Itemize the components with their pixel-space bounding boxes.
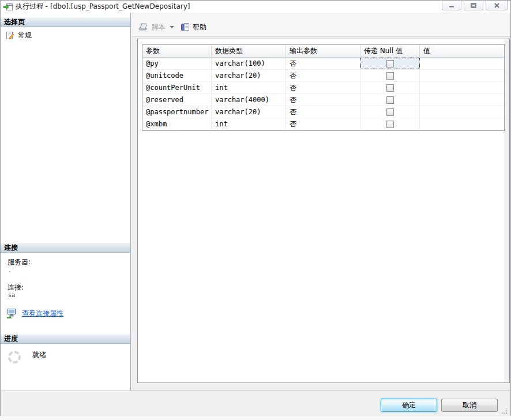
value-cell[interactable] <box>420 118 504 130</box>
pass-null-checkbox[interactable] <box>386 72 394 80</box>
minimize-button[interactable] <box>442 1 461 10</box>
pass-null-checkbox[interactable] <box>386 84 394 92</box>
title-bar: 执行过程 - [dbo].[usp_Passport_GetNewDeposit… <box>1 1 510 13</box>
select-page-header: 选择页 <box>1 17 130 27</box>
value-cell[interactable] <box>420 70 504 81</box>
pass-null-cell[interactable] <box>360 106 420 118</box>
execute-procedure-dialog: 执行过程 - [dbo].[usp_Passport_GetNewDeposit… <box>0 0 511 416</box>
script-icon <box>138 22 149 32</box>
param-name-cell: @reserved <box>142 94 212 106</box>
column-header-datatype: 数据类型 <box>212 45 286 57</box>
output-param-cell: 否 <box>286 82 360 93</box>
pass-null-checkbox[interactable] <box>386 108 394 116</box>
output-param-cell: 否 <box>286 94 360 106</box>
footer: 确定 取消 <box>1 391 510 416</box>
pass-null-cell[interactable] <box>360 70 420 81</box>
column-header-output: 输出参数 <box>286 45 360 57</box>
table-row: @countPerUnit int 否 <box>142 82 504 94</box>
view-connection-properties-row: 查看连接属性 <box>6 308 63 318</box>
script-button-label: 脚本 <box>152 22 166 32</box>
parameters-grid: 参数 数据类型 输出参数 传递 Null 值 值 @py varchar(100… <box>142 44 505 131</box>
data-type-cell: varchar(20) <box>212 106 286 118</box>
table-row: @reserved varchar(4000) 否 <box>142 94 504 106</box>
param-name-cell: @passportnumber <box>142 106 212 118</box>
param-name-cell: @xmbm <box>142 118 212 130</box>
sidebar: 选择页 常规 连接 服务器: . 连接: sa 查看连接属性 进 <box>1 13 131 391</box>
minimize-icon <box>448 2 455 8</box>
desktop-stage: 执行过程 - [dbo].[usp_Passport_GetNewDeposit… <box>0 0 511 420</box>
window-title: 执行过程 - [dbo].[usp_Passport_GetNewDeposit… <box>16 1 190 13</box>
pass-null-cell[interactable] <box>360 82 420 93</box>
parameters-panel: 参数 数据类型 输出参数 传递 Null 值 值 @py varchar(100… <box>137 39 510 383</box>
progress-spinner-icon <box>8 351 21 363</box>
ok-button[interactable]: 确定 <box>381 399 437 412</box>
value-cell[interactable] <box>420 82 504 93</box>
pass-null-checkbox[interactable] <box>386 60 394 68</box>
table-row: @py varchar(100) 否 <box>142 58 504 70</box>
help-button[interactable]: 帮助 <box>179 21 208 33</box>
table-row: @xmbm int 否 <box>142 118 504 130</box>
column-header-pass-null: 传递 Null 值 <box>360 45 420 57</box>
view-connection-properties-link[interactable]: 查看连接属性 <box>22 309 63 318</box>
server-value: . <box>8 267 12 273</box>
column-header-param: 参数 <box>142 45 212 57</box>
maximize-icon <box>470 2 477 9</box>
sidebar-item-general[interactable]: 常规 <box>1 29 130 41</box>
column-header-value: 值 <box>420 45 504 57</box>
toolbar: 脚本 帮助 <box>131 13 510 37</box>
help-button-label: 帮助 <box>193 22 206 32</box>
login-label: 连接: <box>7 283 24 292</box>
resize-grip[interactable] <box>502 408 508 414</box>
param-name-cell: @py <box>142 58 212 69</box>
value-cell[interactable] <box>420 106 504 118</box>
connection-header: 连接 <box>1 242 130 253</box>
progress-header: 进度 <box>1 333 130 344</box>
output-param-cell: 否 <box>286 118 360 130</box>
pass-null-cell[interactable] <box>360 94 420 106</box>
data-type-cell: varchar(100) <box>212 58 286 69</box>
login-value: sa <box>8 292 15 298</box>
table-row: @unitcode varchar(20) 否 <box>142 70 504 82</box>
execute-procedure-icon <box>3 2 13 12</box>
param-name-cell: @countPerUnit <box>142 82 212 93</box>
progress-status: 就绪 <box>32 350 46 360</box>
value-cell[interactable] <box>420 94 504 106</box>
close-icon <box>494 2 500 9</box>
table-row: @passportnumber varchar(20) 否 <box>142 106 504 118</box>
pass-null-checkbox[interactable] <box>386 121 394 128</box>
general-page-icon <box>5 31 14 40</box>
grid-scrollbar-track[interactable] <box>504 39 509 382</box>
help-icon <box>181 22 190 32</box>
output-param-cell: 否 <box>286 106 360 118</box>
script-button[interactable]: 脚本 <box>136 21 176 33</box>
script-dropdown-arrow-icon[interactable] <box>170 26 174 28</box>
data-type-cell: int <box>212 118 286 130</box>
data-type-cell: int <box>212 82 286 93</box>
pass-null-cell[interactable] <box>360 118 420 130</box>
param-name-cell: @unitcode <box>142 70 212 81</box>
pass-null-checkbox[interactable] <box>386 96 394 104</box>
sidebar-item-label: 常规 <box>18 31 32 40</box>
value-cell[interactable] <box>420 58 504 69</box>
grid-header-row: 参数 数据类型 输出参数 传递 Null 值 值 <box>142 45 504 58</box>
connection-properties-icon <box>6 308 17 318</box>
maximize-button[interactable] <box>464 1 483 10</box>
data-type-cell: varchar(20) <box>212 70 286 81</box>
server-label: 服务器: <box>7 257 31 267</box>
output-param-cell: 否 <box>286 58 360 69</box>
close-button[interactable] <box>486 1 508 10</box>
pass-null-cell[interactable] <box>360 58 420 69</box>
data-type-cell: varchar(4000) <box>212 94 286 106</box>
output-param-cell: 否 <box>286 70 360 81</box>
cancel-button[interactable]: 取消 <box>441 399 498 412</box>
